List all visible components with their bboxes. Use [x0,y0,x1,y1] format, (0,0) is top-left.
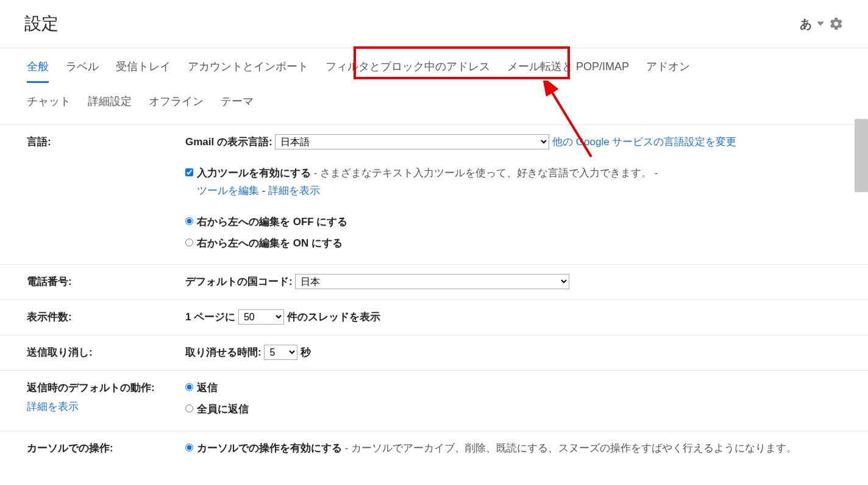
value-phone: デフォルトの国コード: 日本 [185,273,841,291]
tab-labels[interactable]: ラベル [66,59,99,81]
ime-enable-desc: - さまざまなテキスト入力ツールを使って、好きな言語で入力できます。 - [311,167,658,179]
tab-offline[interactable]: オフライン [149,94,204,116]
tab-advanced[interactable]: 詳細設定 [88,94,132,116]
reply-details-link[interactable]: 詳細を表示 [27,398,185,416]
reply-all-radio[interactable] [185,404,193,412]
reply-single-label: 返信 [197,379,218,397]
rtl-on-radio[interactable] [185,239,193,246]
label-undo: 送信取り消し: [27,344,185,362]
tabs-row-2: チャット 詳細設定 オフライン テーマ [0,83,868,124]
tab-themes[interactable]: テーマ [221,94,254,116]
section-phone: 電話番号: デフォルトの国コード: 日本 [0,265,868,300]
section-undo: 送信取り消し: 取り消せる時間: 5 秒 [0,336,868,371]
language-select-row: Gmail の表示言語: 日本語 他の Google サービスの言語設定を変更 [185,134,841,151]
hover-enable-row: カーソルでの操作を有効にする - カーソルでアーカイブ、削除、既読にする、スヌー… [185,440,841,458]
label-language: 言語: [27,134,185,256]
ime-enable-bold: 入力ツールを有効にする [197,167,311,179]
rtl-off-radio[interactable] [185,217,193,225]
pagesize-suffix: 件のスレッドを表示 [287,311,380,323]
dash: - [259,185,268,196]
other-google-lang-link[interactable]: 他の Google サービスの言語設定を変更 [552,136,736,148]
rtl-on-row: 右から左への編集を ON にする [185,235,841,253]
rtl-off-label: 右から左への編集を OFF にする [197,214,347,231]
reply-all-row: 全員に返信 [185,401,841,419]
hover-enable-text: カーソルでの操作を有効にする - カーソルでアーカイブ、削除、既読にする、スヌー… [197,440,797,458]
reply-single-row: 返信 [185,379,841,397]
tabs-row-1: 全般 ラベル 受信トレイ アカウントとインポート フィルタとブロック中のアドレス… [0,48,868,83]
tab-forwarding[interactable]: メール転送と POP/IMAP [507,59,629,81]
label-pagesize: 表示件数: [27,309,185,326]
hover-enable-bold: カーソルでの操作を有効にする [197,442,342,454]
section-hover: カーソルでの操作: カーソルでの操作を有効にする - カーソルでアーカイブ、削除… [0,431,868,470]
undo-prefix: 取り消せる時間: [185,347,261,358]
show-details-link[interactable]: 詳細を表示 [268,185,320,196]
header-right-tools: あ [800,16,844,32]
undo-seconds-select[interactable]: 5 [264,345,297,360]
undo-suffix: 秒 [301,347,311,358]
tab-filters[interactable]: フィルタとブロック中のアドレス [326,59,490,81]
rtl-off-row: 右から左への編集を OFF にする [185,214,841,231]
label-phone: 電話番号: [27,273,185,291]
section-pagesize: 表示件数: 1 ページに 50 件のスレッドを表示 [0,300,868,336]
ime-indicator[interactable]: あ [800,16,812,32]
section-language: 言語: Gmail の表示言語: 日本語 他の Google サービスの言語設定… [0,125,868,265]
label-reply: 返信時のデフォルトの動作: 詳細を表示 [27,379,185,422]
tab-chat[interactable]: チャット [27,94,71,116]
tab-accounts[interactable]: アカウントとインポート [188,59,308,81]
settings-header: 設定 あ [0,0,868,41]
page-title: 設定 [24,12,59,35]
settings-content: 言語: Gmail の表示言語: 日本語 他の Google サービスの言語設定… [0,125,868,470]
hover-enable-radio[interactable] [185,444,193,451]
default-cc-label: デフォルトの国コード: [185,276,293,287]
rtl-on-label: 右から左への編集を ON にする [197,235,343,253]
pagesize-select[interactable]: 50 [238,309,284,325]
section-reply: 返信時のデフォルトの動作: 詳細を表示 返信 全員に返信 [0,371,868,431]
display-language-label: Gmail の表示言語: [185,136,272,148]
reply-all-label: 全員に返信 [197,401,249,419]
tab-inbox[interactable]: 受信トレイ [116,59,171,81]
edit-tools-link[interactable]: ツールを編集 [197,185,259,196]
country-code-select[interactable]: 日本 [295,274,569,289]
dropdown-icon[interactable] [817,20,824,27]
tab-addons[interactable]: アドオン [646,59,690,81]
language-select[interactable]: 日本語 [275,134,549,149]
value-hover: カーソルでの操作を有効にする - カーソルでアーカイブ、削除、既読にする、スヌー… [185,440,841,461]
hover-enable-desc: - カーソルでアーカイブ、削除、既読にする、スヌーズの操作をすばやく行えるように… [342,442,797,454]
ime-enable-text: 入力ツールを有効にする - さまざまなテキスト入力ツールを使って、好きな言語で入… [197,165,658,200]
reply-single-radio[interactable] [185,383,193,391]
scrollbar-thumb[interactable] [855,119,868,192]
value-reply: 返信 全員に返信 [185,379,841,422]
value-undo: 取り消せる時間: 5 秒 [185,344,841,362]
gear-icon[interactable] [829,16,844,31]
label-hover: カーソルでの操作: [27,440,185,461]
value-pagesize: 1 ページに 50 件のスレッドを表示 [185,309,841,326]
tab-general[interactable]: 全般 [27,59,49,83]
value-language: Gmail の表示言語: 日本語 他の Google サービスの言語設定を変更 … [185,134,841,256]
ime-enable-checkbox[interactable] [185,168,193,176]
ime-enable-row: 入力ツールを有効にする - さまざまなテキスト入力ツールを使って、好きな言語で入… [185,165,841,200]
pagesize-prefix: 1 ページに [185,311,235,323]
